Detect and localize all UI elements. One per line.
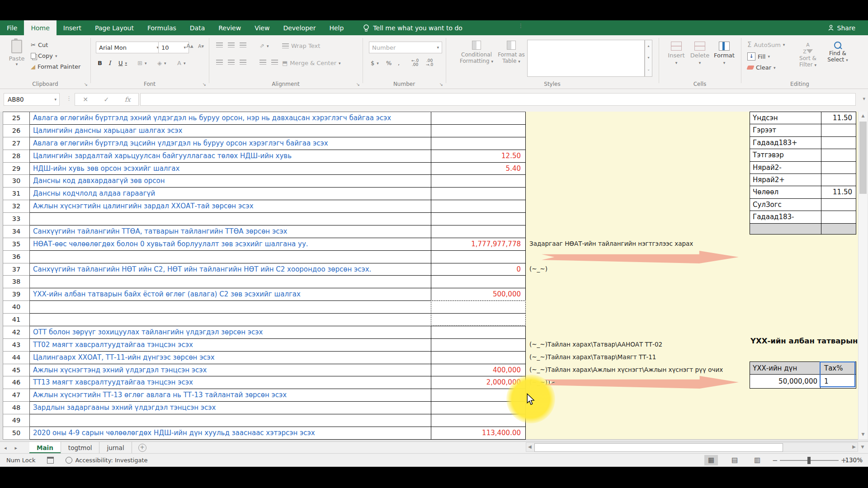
underline-button[interactable]: U▾ [118, 60, 127, 66]
row-header-31[interactable]: 31 [3, 188, 30, 200]
check-item-cell[interactable]: Ажлын хүснэгтийн цалингийн зардал ХХОАТ-… [30, 200, 431, 213]
rate-table-empty-row[interactable] [750, 224, 856, 234]
value-cell[interactable] [431, 352, 526, 364]
clear-button[interactable]: Clear ▾ [747, 64, 776, 71]
dialog-launcher-icon[interactable]: ↘ [356, 82, 360, 87]
check-item-cell[interactable]: Цалингийн зардалтай харьцуулсан байгуулл… [30, 150, 431, 163]
format-as-table-button[interactable]: Format as Table ▾ [496, 41, 526, 65]
copy-button[interactable]: Copy ▾ [31, 52, 57, 59]
check-item-cell[interactable] [30, 251, 431, 263]
rate-label-cell[interactable]: Чөлөөл [750, 186, 821, 198]
font-size-combo[interactable]: 10▾ [158, 42, 189, 53]
value-cell[interactable]: 5.40 [431, 163, 526, 175]
row-header-34[interactable]: 34 [3, 225, 30, 238]
name-box[interactable]: AB80 ▾ [4, 93, 60, 106]
check-item-cell[interactable] [30, 276, 431, 288]
rate-value-cell[interactable] [821, 162, 856, 174]
value-cell[interactable]: 0 [431, 263, 526, 276]
uhh-amount-cell[interactable]: 50,000,000 [750, 375, 820, 388]
check-item-cell[interactable] [30, 314, 431, 326]
rate-label-cell[interactable]: Гадаад183+ [750, 137, 821, 149]
check-item-cell[interactable]: Зардлын задаргааны эхний үлдэгдэл тэнцсэ… [30, 402, 431, 414]
value-cell[interactable] [431, 200, 526, 213]
scroll-left-icon[interactable]: ◀ [528, 444, 532, 449]
delete-cells-button[interactable]: Delete▾ [689, 42, 711, 66]
value-cell[interactable]: 12.50 [431, 150, 526, 163]
rate-value-cell[interactable] [821, 137, 856, 149]
enter-icon[interactable]: ✓ [104, 96, 109, 103]
sheet-nav-left-icon[interactable]: ◂ [0, 442, 11, 454]
shrink-font-button[interactable]: A▾ [198, 43, 204, 49]
ribbon-tab-file[interactable]: File [0, 20, 24, 35]
check-item-cell[interactable]: Цалингийн дансны харьцааг шалгах эсэх [30, 125, 431, 137]
side-note[interactable]: (~_~)Тайлан харах\Ажлын хүснэгт\Ажлын хү… [529, 364, 723, 376]
check-item-cell[interactable]: Авлага өглөгийн бүртгэлд эхний үлдэгдэл … [30, 112, 431, 125]
horizontal-scroll-thumb[interactable] [534, 443, 783, 452]
check-item-cell[interactable] [30, 213, 431, 225]
align-top-button[interactable] [216, 42, 223, 47]
uhh-tax-header[interactable]: Тах% [820, 362, 856, 374]
value-cell[interactable] [431, 175, 526, 188]
autosum-button[interactable]: Σ AutoSum ▾ [747, 41, 785, 49]
value-cell[interactable] [431, 125, 526, 137]
dialog-launcher-icon[interactable]: ↘ [203, 82, 206, 87]
percent-button[interactable]: % [386, 60, 392, 66]
row-header-49[interactable]: 49 [3, 414, 30, 427]
check-item-cell[interactable]: НДШ-ийн хувь зөв орсон эсэхийг шалгах [30, 163, 431, 175]
conditional-formatting-button[interactable]: Conditional Formatting ▾ [458, 41, 495, 65]
check-item-cell[interactable]: НӨАТ-өөс чөлөөлөгдөх болон 0 хувьтай бор… [30, 238, 431, 251]
check-item-cell[interactable]: Ажлын хүснэгтэнд эхний үлдэгдэл тэнцсэн … [30, 364, 431, 377]
check-item-cell[interactable]: Санхүүгийн тайлангийн НӨТ ийн С2, НӨТ ий… [30, 263, 431, 276]
rate-value-cell[interactable] [821, 199, 856, 211]
number-format-combo[interactable]: Number▾ [369, 42, 442, 53]
value-cell[interactable]: 113,400.00 [431, 427, 526, 440]
rate-label-cell[interactable]: СулЗогс [750, 199, 821, 211]
fill-button[interactable]: ↓ Fill ▾ [747, 52, 770, 61]
ribbon-tab-view[interactable]: View [248, 20, 276, 35]
page-break-view-button[interactable]: ▥ [750, 455, 764, 465]
check-item-cell[interactable]: ОТТ болон зөрүүг зохицуулах тайлангийн ү… [30, 326, 431, 339]
value-cell[interactable]: 500,000 [431, 288, 526, 301]
uhh-amount-header[interactable]: ҮХХ-ийн дүн [750, 362, 820, 374]
tab-bar-divider[interactable]: ⋮ [518, 23, 524, 29]
find-select-button[interactable]: Find & Select ▾ [824, 42, 851, 63]
row-header-27[interactable]: 27 [3, 137, 30, 150]
borders-button[interactable]: ⊞▾ [137, 60, 146, 66]
row-header-45[interactable]: 45 [3, 364, 30, 377]
rate-label-cell[interactable]: Гадаад183- [750, 211, 821, 223]
row-header-36[interactable]: 36 [3, 251, 30, 263]
scroll-down-icon[interactable]: ▼ [859, 443, 867, 451]
formula-input[interactable] [140, 93, 856, 106]
font-name-combo[interactable]: Arial Mon▾ [96, 42, 162, 53]
format-painter-button[interactable]: ◢ Format Painter [31, 63, 80, 70]
side-note[interactable]: (~_~)Тайлан харах\Татвар\Маягт ТТ-11 [529, 351, 656, 364]
rate-value-cell[interactable] [821, 149, 856, 161]
side-note[interactable]: Задаргааг НӨАТ-ийн тайлангийн нэгтгэлээс… [529, 238, 693, 250]
sheet-tab-main[interactable]: Main [29, 442, 61, 454]
bold-button[interactable]: B [98, 60, 102, 66]
cut-button[interactable]: ✂ Cut [31, 42, 48, 48]
scroll-down-icon[interactable]: ▼ [859, 430, 867, 439]
row-header-26[interactable]: 26 [3, 125, 30, 137]
check-item-cell[interactable]: Дансны код давхардаагүй зөв орсон [30, 175, 431, 188]
side-note[interactable]: (~_~)Тайлан харах\Татвар\ААНОАТ ТТ-02 [529, 338, 662, 351]
value-cell[interactable] [431, 251, 526, 263]
font-color-button[interactable]: A▾ [177, 60, 185, 66]
ribbon-tab-review[interactable]: Review [212, 20, 248, 35]
value-cell[interactable] [431, 326, 526, 339]
check-item-cell[interactable]: Ажлын хүснэгтийн ТТ-13 өглөг авлага нь Т… [30, 389, 431, 402]
sheet-tab-jurnal[interactable]: jurnal [99, 442, 132, 454]
row-header-37[interactable]: 37 [3, 263, 30, 276]
row-header-29[interactable]: 29 [3, 163, 30, 175]
uhh-tax-cell[interactable]: 1 [820, 375, 856, 388]
row-header-25[interactable]: 25 [3, 112, 30, 125]
accessibility-status[interactable]: Accessibility: Investigate [66, 457, 147, 464]
row-header-35[interactable]: 35 [3, 238, 30, 251]
format-cells-button[interactable]: Format▾ [712, 42, 736, 66]
row-header-33[interactable]: 33 [3, 213, 30, 225]
check-item-cell[interactable]: ҮХХ-ийн албан татварын байх ёстой өглөг … [30, 288, 431, 301]
rate-value-cell[interactable]: 11.50 [821, 186, 856, 198]
value-cell[interactable] [431, 339, 526, 352]
row-header-47[interactable]: 47 [3, 389, 30, 402]
cell-styles-gallery[interactable] [527, 40, 645, 77]
